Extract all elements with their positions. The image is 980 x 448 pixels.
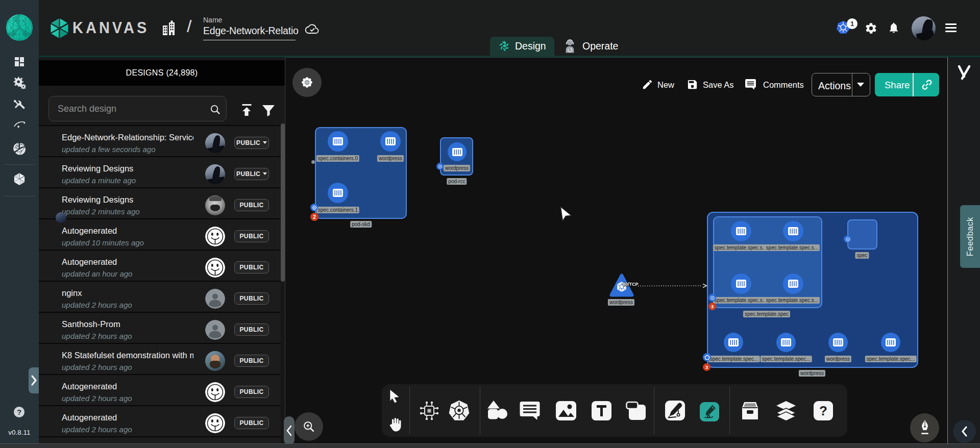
svg-text:?: ? — [819, 403, 827, 418]
